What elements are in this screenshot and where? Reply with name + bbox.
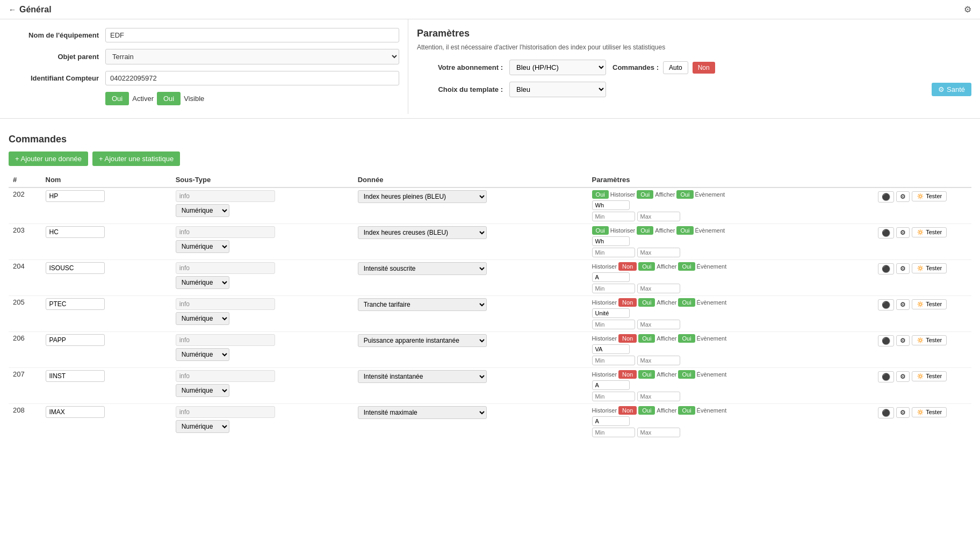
min-input[interactable] (592, 212, 635, 221)
tester-button[interactable]: 🔅 Tester (912, 227, 947, 237)
afficher-oui-btn[interactable]: Oui (637, 226, 653, 235)
evenement-btn[interactable]: Oui (678, 262, 695, 271)
unit-input[interactable] (592, 308, 630, 318)
unit-input[interactable] (592, 272, 630, 282)
afficher-oui-btn[interactable]: Oui (638, 298, 655, 307)
nom-field[interactable] (46, 262, 105, 274)
identifiant-input[interactable] (105, 71, 399, 85)
nom-field[interactable] (46, 226, 105, 238)
remove-button[interactable]: ⚫ (878, 227, 894, 239)
tester-button[interactable]: 🔅 Tester (912, 191, 947, 201)
btn-non[interactable]: Non (693, 62, 715, 74)
remove-button[interactable]: ⚫ (878, 335, 894, 346)
historiser-label: Historiser (610, 227, 635, 234)
unit-input[interactable] (592, 344, 630, 354)
remove-button[interactable]: ⚫ (878, 191, 894, 203)
historiser-non-btn[interactable]: Non (618, 370, 637, 379)
evenement-btn[interactable]: Oui (678, 406, 695, 415)
min-input[interactable] (592, 248, 635, 257)
max-input[interactable] (637, 356, 680, 365)
settings-button[interactable]: ⚙ (896, 299, 910, 310)
afficher-label: Afficher (657, 263, 676, 270)
gear-icon[interactable]: ⚙ (964, 4, 971, 15)
unit-input[interactable] (592, 236, 630, 246)
evenement-btn[interactable]: Oui (678, 370, 695, 379)
oui2-button[interactable]: Oui (157, 92, 181, 105)
historiser-non-btn[interactable]: Non (618, 298, 637, 307)
afficher-oui-btn[interactable]: Oui (638, 262, 655, 271)
add-statistique-button[interactable]: + Ajouter une statistique (92, 151, 180, 166)
nom-field[interactable] (46, 370, 105, 382)
evenement-btn[interactable]: Oui (676, 190, 693, 199)
donnee-select[interactable]: Index heures pleines (BLEU) (358, 190, 487, 203)
remove-button[interactable]: ⚫ (878, 299, 894, 310)
afficher-oui-btn[interactable]: Oui (638, 406, 655, 415)
min-input[interactable] (592, 284, 635, 293)
settings-button[interactable]: ⚙ (896, 407, 910, 418)
type-select[interactable]: Numérique (176, 384, 229, 397)
remove-button[interactable]: ⚫ (878, 371, 894, 382)
historiser-oui-btn[interactable]: Oui (592, 226, 609, 235)
btn-auto[interactable]: Auto (663, 61, 688, 74)
max-input[interactable] (637, 248, 680, 257)
settings-button[interactable]: ⚙ (896, 191, 910, 202)
tester-button[interactable]: 🔅 Tester (912, 299, 947, 309)
add-donnee-button[interactable]: + Ajouter une donnée (9, 151, 88, 166)
max-input[interactable] (637, 284, 680, 293)
min-input[interactable] (592, 428, 635, 437)
donnee-select[interactable]: Intensité instantanée (358, 370, 487, 383)
objet-select[interactable]: Terrain (105, 49, 399, 64)
type-select[interactable]: Numérique (176, 312, 229, 325)
afficher-oui-btn[interactable]: Oui (638, 370, 655, 379)
historiser-non-btn[interactable]: Non (618, 334, 637, 343)
unit-input[interactable] (592, 380, 630, 390)
evenement-btn[interactable]: Oui (676, 226, 693, 235)
type-select[interactable]: Numérique (176, 420, 229, 433)
historiser-non-btn[interactable]: Non (618, 406, 637, 415)
donnee-select[interactable]: Puissance apparente instantanée (358, 334, 487, 347)
unit-input[interactable] (592, 200, 630, 210)
settings-button[interactable]: ⚙ (896, 227, 910, 238)
settings-button[interactable]: ⚙ (896, 335, 910, 346)
donnee-select[interactable]: Tranche tarifaire (358, 298, 487, 311)
tester-button[interactable]: 🔅 Tester (912, 263, 947, 273)
type-select[interactable]: Numérique (176, 240, 229, 253)
remove-button[interactable]: ⚫ (878, 263, 894, 274)
settings-button[interactable]: ⚙ (896, 371, 910, 382)
type-select[interactable]: Numérique (176, 276, 229, 289)
donnee-select[interactable]: Intensité souscrite (358, 262, 487, 275)
row-actions-cell: ⚫ ⚙ 🔅 Tester (874, 368, 971, 404)
tester-button[interactable]: 🔅 Tester (912, 407, 947, 417)
min-input[interactable] (592, 356, 635, 365)
min-input[interactable] (592, 320, 635, 329)
donnee-select[interactable]: Intensité maximale (358, 406, 487, 419)
min-input[interactable] (592, 392, 635, 401)
type-select[interactable]: Numérique (176, 204, 229, 217)
template-select[interactable]: Bleu (509, 82, 606, 97)
max-input[interactable] (637, 428, 680, 437)
max-input[interactable] (637, 212, 680, 221)
btn-sante[interactable]: ⚙ ⚙ Santé Santé (932, 83, 971, 96)
remove-button[interactable]: ⚫ (878, 407, 894, 418)
tester-button[interactable]: 🔅 Tester (912, 335, 947, 345)
nom-field[interactable] (46, 298, 105, 310)
oui1-button[interactable]: Oui (105, 92, 129, 105)
settings-button[interactable]: ⚙ (896, 263, 910, 274)
nom-field[interactable] (46, 334, 105, 346)
nom-input[interactable] (105, 28, 399, 42)
donnee-select[interactable]: Index heures creuses (BLEU) (358, 226, 487, 239)
historiser-oui-btn[interactable]: Oui (592, 190, 609, 199)
tester-button[interactable]: 🔅 Tester (912, 371, 947, 381)
evenement-btn[interactable]: Oui (678, 334, 695, 343)
type-select[interactable]: Numérique (176, 348, 229, 361)
unit-input[interactable] (592, 416, 630, 426)
nom-field[interactable] (46, 406, 105, 418)
max-input[interactable] (637, 320, 680, 329)
abonnement-select[interactable]: Bleu (HP/HC) (509, 60, 606, 75)
evenement-btn[interactable]: Oui (678, 298, 695, 307)
max-input[interactable] (637, 392, 680, 401)
afficher-oui-btn[interactable]: Oui (638, 334, 655, 343)
historiser-non-btn[interactable]: Non (618, 262, 637, 271)
afficher-oui-btn[interactable]: Oui (637, 190, 653, 199)
nom-field[interactable] (46, 190, 105, 202)
